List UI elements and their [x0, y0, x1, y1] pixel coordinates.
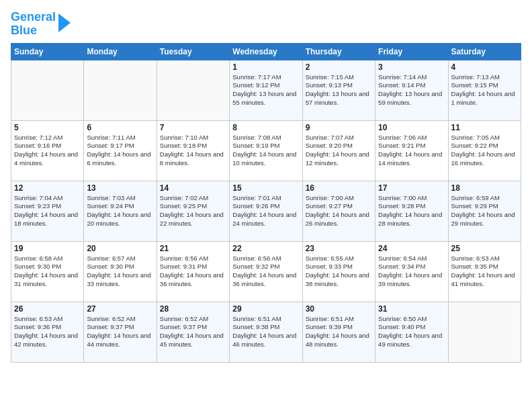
calendar-cell: 19Sunrise: 6:58 AM Sunset: 9:30 PM Dayli…	[11, 241, 84, 302]
calendar-cell: 2Sunrise: 7:15 AM Sunset: 9:13 PM Daylig…	[302, 60, 375, 120]
cell-content: Sunrise: 7:15 AM Sunset: 9:13 PM Dayligh…	[306, 73, 372, 107]
day-number: 22	[232, 244, 299, 253]
cell-content: Sunrise: 7:00 AM Sunset: 9:27 PM Dayligh…	[306, 194, 372, 228]
calendar-cell: 25Sunrise: 6:53 AM Sunset: 9:35 PM Dayli…	[448, 241, 521, 302]
day-number: 24	[378, 244, 445, 253]
cell-content: Sunrise: 6:56 AM Sunset: 9:32 PM Dayligh…	[232, 255, 299, 289]
calendar-cell: 13Sunrise: 7:03 AM Sunset: 9:24 PM Dayli…	[84, 181, 157, 241]
calendar-week-row: 12Sunrise: 7:04 AM Sunset: 9:23 PM Dayli…	[11, 181, 521, 241]
calendar-week-row: 5Sunrise: 7:12 AM Sunset: 9:16 PM Daylig…	[11, 120, 521, 181]
column-header-sunday: Sunday	[11, 43, 84, 60]
cell-content: Sunrise: 7:06 AM Sunset: 9:21 PM Dayligh…	[378, 134, 445, 168]
logo-general: General	[11, 10, 56, 24]
day-number: 5	[14, 123, 81, 132]
calendar-cell	[84, 60, 157, 120]
calendar-table: SundayMondayTuesdayWednesdayThursdayFrid…	[11, 43, 521, 363]
calendar-cell: 17Sunrise: 7:00 AM Sunset: 9:28 PM Dayli…	[375, 181, 448, 241]
day-number: 20	[87, 244, 153, 253]
calendar-cell: 23Sunrise: 6:55 AM Sunset: 9:33 PM Dayli…	[302, 241, 375, 302]
calendar-cell: 5Sunrise: 7:12 AM Sunset: 9:16 PM Daylig…	[11, 120, 84, 181]
cell-content: Sunrise: 7:11 AM Sunset: 9:17 PM Dayligh…	[87, 134, 153, 168]
day-number: 16	[306, 183, 372, 193]
cell-content: Sunrise: 6:56 AM Sunset: 9:31 PM Dayligh…	[160, 255, 226, 289]
column-header-tuesday: Tuesday	[157, 43, 229, 60]
calendar-cell: 11Sunrise: 7:05 AM Sunset: 9:22 PM Dayli…	[448, 120, 521, 181]
day-number: 7	[160, 123, 226, 132]
calendar-cell: 4Sunrise: 7:13 AM Sunset: 9:15 PM Daylig…	[448, 60, 521, 120]
cell-content: Sunrise: 6:51 AM Sunset: 9:38 PM Dayligh…	[232, 315, 299, 349]
calendar-cell: 7Sunrise: 7:10 AM Sunset: 9:18 PM Daylig…	[157, 120, 229, 181]
calendar-cell: 14Sunrise: 7:02 AM Sunset: 9:25 PM Dayli…	[157, 181, 229, 241]
cell-content: Sunrise: 7:08 AM Sunset: 9:19 PM Dayligh…	[232, 134, 299, 168]
calendar-cell	[11, 60, 84, 120]
column-header-saturday: Saturday	[448, 43, 521, 60]
cell-content: Sunrise: 7:05 AM Sunset: 9:22 PM Dayligh…	[451, 134, 518, 168]
cell-content: Sunrise: 6:57 AM Sunset: 9:30 PM Dayligh…	[87, 255, 153, 289]
day-number: 29	[232, 304, 299, 314]
logo-text: General Blue	[11, 11, 56, 38]
day-number: 9	[306, 123, 372, 132]
cell-content: Sunrise: 6:58 AM Sunset: 9:30 PM Dayligh…	[14, 255, 81, 289]
day-number: 27	[87, 304, 153, 314]
calendar-cell	[157, 60, 229, 120]
calendar-cell: 1Sunrise: 7:17 AM Sunset: 9:12 PM Daylig…	[230, 60, 302, 120]
calendar-cell: 26Sunrise: 6:53 AM Sunset: 9:36 PM Dayli…	[11, 302, 84, 362]
day-number: 25	[451, 244, 518, 253]
cell-content: Sunrise: 6:53 AM Sunset: 9:35 PM Dayligh…	[451, 255, 518, 289]
calendar-cell: 20Sunrise: 6:57 AM Sunset: 9:30 PM Dayli…	[84, 241, 157, 302]
day-number: 14	[160, 183, 226, 193]
cell-content: Sunrise: 7:17 AM Sunset: 9:12 PM Dayligh…	[232, 73, 299, 107]
cell-content: Sunrise: 6:53 AM Sunset: 9:36 PM Dayligh…	[14, 315, 81, 349]
calendar-cell: 31Sunrise: 6:50 AM Sunset: 9:40 PM Dayli…	[375, 302, 448, 362]
calendar-cell	[448, 302, 521, 362]
calendar-cell: 15Sunrise: 7:01 AM Sunset: 9:26 PM Dayli…	[230, 181, 302, 241]
cell-content: Sunrise: 6:52 AM Sunset: 9:37 PM Dayligh…	[87, 315, 153, 349]
calendar-cell: 6Sunrise: 7:11 AM Sunset: 9:17 PM Daylig…	[84, 120, 157, 181]
cell-content: Sunrise: 7:07 AM Sunset: 9:20 PM Dayligh…	[306, 134, 372, 168]
cell-content: Sunrise: 6:50 AM Sunset: 9:40 PM Dayligh…	[378, 315, 445, 349]
calendar-cell: 24Sunrise: 6:54 AM Sunset: 9:34 PM Dayli…	[375, 241, 448, 302]
cell-content: Sunrise: 7:12 AM Sunset: 9:16 PM Dayligh…	[14, 134, 81, 168]
logo-blue: Blue	[11, 24, 37, 37]
page-header: General Blue	[11, 11, 521, 38]
day-number: 8	[232, 123, 299, 132]
calendar-cell: 28Sunrise: 6:52 AM Sunset: 9:37 PM Dayli…	[157, 302, 229, 362]
calendar-cell: 12Sunrise: 7:04 AM Sunset: 9:23 PM Dayli…	[11, 181, 84, 241]
cell-content: Sunrise: 7:01 AM Sunset: 9:26 PM Dayligh…	[232, 194, 299, 228]
day-number: 19	[14, 244, 81, 253]
cell-content: Sunrise: 6:59 AM Sunset: 9:29 PM Dayligh…	[451, 194, 518, 228]
cell-content: Sunrise: 6:55 AM Sunset: 9:33 PM Dayligh…	[306, 255, 372, 289]
calendar-cell: 21Sunrise: 6:56 AM Sunset: 9:31 PM Dayli…	[157, 241, 229, 302]
day-number: 15	[232, 183, 299, 193]
day-number: 28	[160, 304, 226, 314]
day-number: 30	[306, 304, 372, 314]
day-number: 6	[87, 123, 153, 132]
day-number: 18	[451, 183, 518, 193]
column-header-friday: Friday	[375, 43, 448, 60]
day-number: 26	[14, 304, 81, 314]
day-number: 21	[160, 244, 226, 253]
calendar-week-row: 26Sunrise: 6:53 AM Sunset: 9:36 PM Dayli…	[11, 302, 521, 362]
cell-content: Sunrise: 7:14 AM Sunset: 9:14 PM Dayligh…	[378, 73, 445, 107]
cell-content: Sunrise: 6:52 AM Sunset: 9:37 PM Dayligh…	[160, 315, 226, 349]
day-number: 23	[306, 244, 372, 253]
calendar-cell: 16Sunrise: 7:00 AM Sunset: 9:27 PM Dayli…	[302, 181, 375, 241]
day-number: 17	[378, 183, 445, 193]
cell-content: Sunrise: 7:04 AM Sunset: 9:23 PM Dayligh…	[14, 194, 81, 228]
day-number: 31	[378, 304, 445, 314]
day-number: 2	[306, 62, 372, 72]
column-header-thursday: Thursday	[302, 43, 375, 60]
calendar-cell: 27Sunrise: 6:52 AM Sunset: 9:37 PM Dayli…	[84, 302, 157, 362]
cell-content: Sunrise: 6:54 AM Sunset: 9:34 PM Dayligh…	[378, 255, 445, 289]
day-number: 3	[378, 62, 445, 72]
calendar-cell: 30Sunrise: 6:51 AM Sunset: 9:39 PM Dayli…	[302, 302, 375, 362]
calendar-cell: 10Sunrise: 7:06 AM Sunset: 9:21 PM Dayli…	[375, 120, 448, 181]
calendar-cell: 3Sunrise: 7:14 AM Sunset: 9:14 PM Daylig…	[375, 60, 448, 120]
day-number: 1	[232, 62, 299, 72]
day-number: 12	[14, 183, 81, 193]
calendar-cell: 8Sunrise: 7:08 AM Sunset: 9:19 PM Daylig…	[230, 120, 302, 181]
day-number: 4	[451, 62, 518, 72]
cell-content: Sunrise: 7:02 AM Sunset: 9:25 PM Dayligh…	[160, 194, 226, 228]
column-header-wednesday: Wednesday	[230, 43, 302, 60]
logo: General Blue	[11, 11, 71, 38]
